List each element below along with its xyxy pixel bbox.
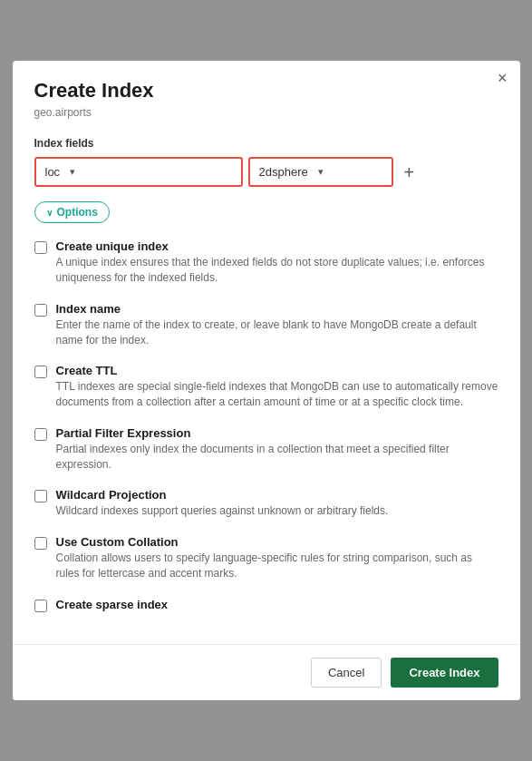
option-checkbox-create-unique-index[interactable] [34,241,47,254]
create-index-button[interactable]: Create Index [391,658,498,688]
option-item-index-name: Index nameEnter the name of the index to… [34,302,498,348]
option-checkbox-index-name[interactable] [34,304,47,317]
option-title-partial-filter-expression: Partial Filter Expression [56,426,498,440]
type-select-arrow: ▾ [318,166,331,178]
option-desc-partial-filter-expression: Partial indexes only index the documents… [56,442,498,473]
options-toggle-label: Options [57,206,98,219]
option-content-create-unique-index: Create unique indexA unique index ensure… [56,239,498,286]
option-content-create-ttl: Create TTLTTL indexes are special single… [56,364,498,410]
options-toggle-arrow: ∨ [46,208,53,218]
index-fields-row: loc ▾ 2dsphere 1 (asc) -1 (desc) text ha… [34,157,498,187]
option-checkbox-partial-filter-expression[interactable] [34,428,47,441]
option-checkbox-wildcard-projection[interactable] [34,490,47,502]
add-field-button[interactable]: + [399,160,421,185]
field-select-wrapper: loc ▾ [34,157,243,187]
option-checkbox-create-ttl[interactable] [34,366,47,378]
modal-subtitle: geo.airports [34,106,498,119]
type-select[interactable]: 2dsphere 1 (asc) -1 (desc) text hashed 2… [250,159,318,185]
modal-footer: Cancel Create Index [13,644,520,700]
option-checkbox-use-custom-collation[interactable] [34,537,47,550]
option-item-wildcard-projection: Wildcard ProjectionWildcard indexes supp… [34,488,498,519]
cancel-button[interactable]: Cancel [311,658,382,688]
option-content-partial-filter-expression: Partial Filter ExpressionPartial indexes… [56,426,498,473]
option-item-use-custom-collation: Use Custom CollationCollation allows use… [34,535,498,581]
option-desc-create-ttl: TTL indexes are special single-field ind… [56,379,498,410]
option-item-create-sparse-index: Create sparse index [34,598,498,613]
option-desc-create-unique-index: A unique index ensures that the indexed … [56,255,498,286]
option-title-index-name: Index name [56,302,498,316]
option-content-create-sparse-index: Create sparse index [56,598,169,613]
modal-header: Create Index geo.airports [13,61,520,133]
option-item-create-unique-index: Create unique indexA unique index ensure… [34,239,498,286]
option-title-use-custom-collation: Use Custom Collation [56,535,498,549]
modal-overlay: × Create Index geo.airports Index fields… [0,0,532,761]
field-select-arrow: ▾ [70,166,82,178]
option-desc-use-custom-collation: Collation allows users to specify langua… [56,551,498,581]
field-select[interactable]: loc [36,159,70,185]
index-fields-label: Index fields [34,137,498,150]
option-content-use-custom-collation: Use Custom CollationCollation allows use… [56,535,498,581]
modal-title: Create Index [34,79,498,102]
option-checkbox-create-sparse-index[interactable] [34,600,47,612]
close-button[interactable]: × [498,70,508,86]
option-title-wildcard-projection: Wildcard Projection [56,488,389,502]
option-desc-wildcard-projection: Wildcard indexes support queries against… [56,503,389,519]
type-select-wrapper: 2dsphere 1 (asc) -1 (desc) text hashed 2… [248,157,393,187]
option-item-create-ttl: Create TTLTTL indexes are special single… [34,364,498,410]
options-toggle-button[interactable]: ∨ Options [34,201,110,223]
option-content-wildcard-projection: Wildcard ProjectionWildcard indexes supp… [56,488,389,519]
create-index-modal: × Create Index geo.airports Index fields… [13,61,520,700]
option-title-create-ttl: Create TTL [56,364,498,377]
modal-body: Index fields loc ▾ 2dsphere 1 (asc) -1 (… [13,133,520,644]
option-title-create-unique-index: Create unique index [56,239,498,253]
options-list: Create unique indexA unique index ensure… [34,239,498,613]
option-item-partial-filter-expression: Partial Filter ExpressionPartial indexes… [34,426,498,473]
option-desc-index-name: Enter the name of the index to create, o… [56,317,498,348]
option-title-create-sparse-index: Create sparse index [56,598,169,611]
option-content-index-name: Index nameEnter the name of the index to… [56,302,498,348]
